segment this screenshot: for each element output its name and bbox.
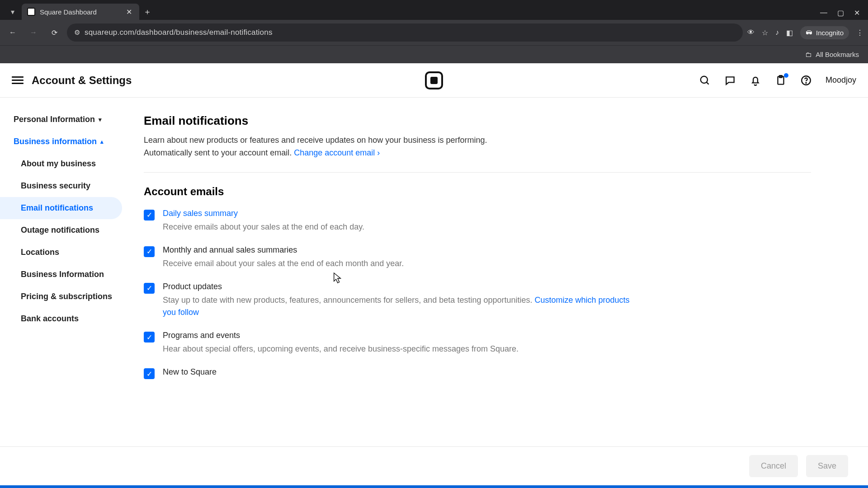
option-desc: Hear about special offers, upcoming even… [163,343,633,356]
cancel-button[interactable]: Cancel [749,455,798,477]
option-label: New to Square [163,367,633,377]
sidebar-item-locations[interactable]: Locations [0,241,127,263]
incognito-indicator[interactable]: 🕶 Incognito [800,26,849,39]
tab-close-button[interactable]: ✕ [124,8,134,16]
option-desc-text: Stay up to date with new products, featu… [163,296,535,305]
sidebar-section-personal[interactable]: Personal Information ▾ [0,108,127,131]
checkbox-programs-events[interactable]: ✓ [144,332,155,343]
change-account-email-link[interactable]: Change account email › [294,148,380,157]
page-context-title: Account & Settings [32,74,132,87]
page-viewport: Account & Settings Moodjoy [0,63,868,485]
sidebar-section-business[interactable]: Business information ▴ [0,131,127,153]
sidebar-item-label: Business security [21,181,90,190]
all-bookmarks-button[interactable]: All Bookmarks [816,51,859,58]
tab-title: Square Dashboard [40,8,120,16]
divider [144,172,811,173]
option-label: Programs and events [163,331,633,340]
svg-point-0 [701,76,708,83]
sidebar-item-business-info[interactable]: Business Information [0,263,127,286]
chevron-up-icon: ▴ [100,138,104,145]
svg-point-5 [806,82,806,83]
checkbox-daily-sales[interactable]: ✓ [144,210,155,221]
site-info-icon[interactable]: ⚙ [74,28,80,37]
action-footer: Cancel Save [0,446,868,485]
option-desc: Receive emails about your sales at the e… [163,221,633,234]
new-tab-button[interactable]: ＋ [139,4,156,20]
option-product-updates: ✓ Product updates Stay up to date with n… [144,282,811,319]
sidebar-item-label: About my business [21,159,96,168]
reload-button[interactable]: ⟳ [46,24,62,41]
back-button[interactable]: ← [5,24,21,41]
page-description: Learn about new products or features and… [144,134,487,160]
option-desc: Receive email about your sales at the en… [163,258,633,270]
sidebar-item-email-notifications[interactable]: Email notifications [0,197,122,219]
page-title: Email notifications [144,114,811,128]
chevron-down-icon: ▾ [99,116,102,123]
tab-favicon-square-icon [27,8,35,16]
sidebar-item-label: Pricing & subscriptions [21,292,112,301]
checkbox-monthly-annual[interactable]: ✓ [144,246,155,257]
tab-search-button[interactable]: ▾ [4,4,22,20]
square-logo[interactable] [425,71,443,89]
folder-icon: 🗀 [805,51,812,58]
bell-icon[interactable] [750,75,761,86]
browser-tabstrip: ▾ Square Dashboard ✕ ＋ ― ▢ ✕ [0,0,868,20]
search-icon[interactable] [699,75,711,86]
sidepanel-icon[interactable]: ◧ [786,28,793,37]
option-monthly-annual: ✓ Monthly and annual sales summaries Rec… [144,245,811,270]
maximize-button[interactable]: ▢ [837,9,844,17]
option-new-to-square: ✓ New to Square [144,367,811,380]
eye-off-icon[interactable]: 👁 [747,28,755,37]
close-window-button[interactable]: ✕ [854,9,860,17]
clipboard-icon[interactable] [775,75,787,86]
sidebar-item-label: Business Information [21,270,104,279]
browser-menu-button[interactable]: ⋮ [856,28,863,37]
svg-line-1 [707,82,709,84]
sidebar-item-label: Bank accounts [21,314,79,323]
browser-tab[interactable]: Square Dashboard ✕ [22,4,139,20]
sidebar-item-bank[interactable]: Bank accounts [0,308,127,330]
bookmark-star-icon[interactable]: ☆ [762,28,768,37]
checkbox-product-updates[interactable]: ✓ [144,283,155,294]
checkbox-new-to-square[interactable]: ✓ [144,368,155,379]
main-content: Email notifications Learn about new prod… [127,98,833,485]
sidebar-item-about[interactable]: About my business [0,153,127,175]
media-control-icon[interactable]: ♪ [775,28,779,37]
browser-toolbar: ← → ⟳ ⚙ squareup.com/dashboard/business/… [0,20,868,45]
forward-button[interactable]: → [25,24,42,41]
bookmarks-bar: 🗀 All Bookmarks [0,45,868,63]
option-programs-events: ✓ Programs and events Hear about special… [144,331,811,356]
sidebar-item-label: Locations [21,248,59,257]
incognito-label: Incognito [816,29,844,37]
option-label[interactable]: Daily sales summary [163,209,633,218]
save-button[interactable]: Save [806,455,848,477]
chat-icon[interactable] [724,75,736,86]
window-controls: ― ▢ ✕ [820,9,864,20]
option-daily-sales: ✓ Daily sales summary Receive emails abo… [144,209,811,234]
sidebar-item-label: Email notifications [21,203,93,212]
sidebar-item-label: Outage notifications [21,225,99,235]
help-icon[interactable] [800,75,812,86]
address-bar[interactable]: ⚙ squareup.com/dashboard/business/email-… [67,23,743,42]
sidebar-item-security[interactable]: Business security [0,175,127,197]
app-header: Account & Settings Moodjoy [0,63,868,98]
sidebar-item-outage[interactable]: Outage notifications [0,219,127,241]
sidebar: Personal Information ▾ Business informat… [0,98,127,485]
option-label: Product updates [163,282,633,291]
option-label: Monthly and annual sales summaries [163,245,633,255]
minimize-button[interactable]: ― [820,9,827,17]
hamburger-menu-button[interactable] [12,75,24,86]
sidebar-item-pricing[interactable]: Pricing & subscriptions [0,286,127,308]
url-text: squareup.com/dashboard/business/email-no… [85,28,273,37]
square-logo-icon [425,71,443,89]
account-name[interactable]: Moodjoy [826,75,856,85]
option-desc: Stay up to date with new products, featu… [163,294,633,319]
incognito-icon: 🕶 [806,29,812,37]
sidebar-section-business-label: Business information [14,137,97,146]
taskbar [0,485,868,488]
sidebar-section-personal-label: Personal Information [14,115,95,124]
section-title-account-emails: Account emails [144,185,811,198]
